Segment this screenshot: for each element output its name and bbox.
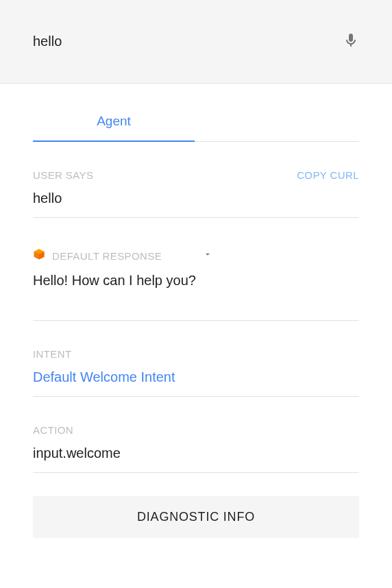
user-says-label: USER SAYS: [33, 169, 93, 181]
response-text: Hello! How can I help you?: [33, 273, 359, 321]
response-label: DEFAULT RESPONSE: [52, 250, 162, 262]
intent-link[interactable]: Default Welcome Intent: [33, 369, 359, 385]
action-section: ACTION input.welcome: [33, 397, 359, 473]
intent-label: INTENT: [33, 348, 72, 360]
diagnostic-info-button[interactable]: DIAGNOSTIC INFO: [33, 496, 359, 538]
user-says-value: hello: [33, 191, 359, 206]
user-says-section: USER SAYS COPY CURL hello: [33, 142, 359, 218]
tab-agent-label: Agent: [97, 114, 131, 128]
tabs: Agent: [33, 100, 359, 142]
chevron-down-icon[interactable]: [162, 249, 212, 262]
action-label: ACTION: [33, 424, 73, 436]
action-value: input.welcome: [33, 445, 359, 461]
mic-icon[interactable]: [343, 32, 359, 51]
intent-section: INTENT Default Welcome Intent: [33, 321, 359, 397]
copy-curl-button[interactable]: COPY CURL: [297, 169, 359, 181]
query-bar: [0, 0, 392, 84]
tab-agent[interactable]: Agent: [33, 100, 195, 141]
response-section: DEFAULT RESPONSE Hello! How can I help y…: [33, 248, 359, 321]
diagnostic-info-label: DIAGNOSTIC INFO: [137, 510, 255, 524]
cube-icon: [33, 248, 52, 263]
query-input[interactable]: [33, 34, 307, 49]
